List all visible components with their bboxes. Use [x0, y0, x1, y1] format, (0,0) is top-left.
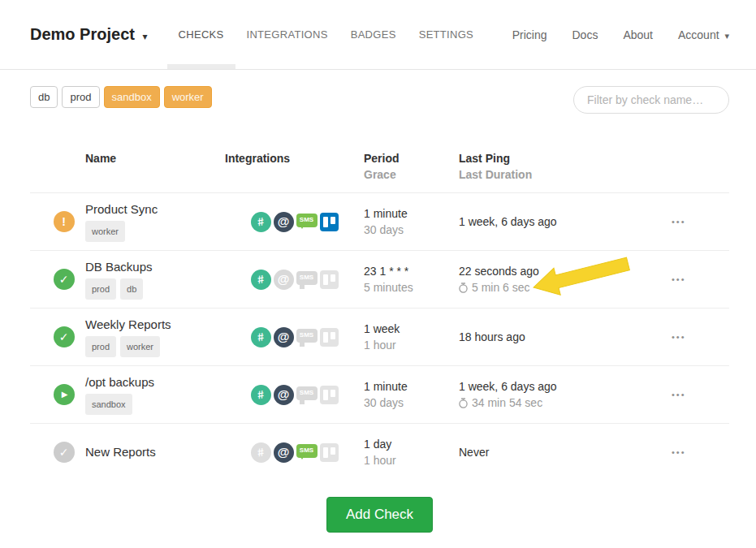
period-value: 1 week: [364, 321, 459, 337]
sms-icon: SMS: [296, 386, 318, 400]
email-icon: @: [274, 442, 294, 463]
last-ping-value: 1 week, 6 days ago: [459, 214, 670, 230]
last-ping-value: 1 week, 6 days ago: [459, 378, 670, 395]
table-row: ✓ Weekly Reports prod worker # @ SMS 1 w…: [30, 308, 729, 365]
trello-icon: [320, 213, 339, 231]
slack-icon: #: [251, 385, 271, 405]
check-tag: prod: [85, 336, 116, 357]
col-last-ping: Last Ping: [459, 150, 670, 166]
row-menu-button[interactable]: •••: [670, 210, 688, 233]
sms-icon: SMS: [296, 329, 318, 343]
last-ping-value: 18 hours ago: [459, 329, 670, 345]
grace-value: 1 hour: [364, 337, 459, 353]
check-name[interactable]: Weekly Reports: [85, 317, 225, 333]
table-row: ✓ DB Backups prod db # @ SMS 23 1 * * * …: [30, 250, 729, 308]
check-tag: worker: [120, 336, 160, 357]
project-name: Demo Project: [30, 25, 135, 43]
checks-table: Name Integrations Period Grace Last Ping…: [30, 139, 729, 481]
col-integrations: Integrations: [225, 150, 364, 166]
status-up-icon: ✓: [54, 326, 75, 347]
trello-icon: [320, 386, 339, 404]
last-duration-value: 34 min 54 sec: [472, 395, 542, 411]
chevron-down-icon: ▾: [724, 31, 729, 41]
link-pricing[interactable]: Pricing: [512, 28, 547, 41]
email-icon: @: [274, 270, 294, 290]
grace-value: 1 hour: [364, 452, 459, 468]
add-check-button[interactable]: Add Check: [326, 497, 433, 533]
period-value: 1 minute: [364, 378, 459, 395]
col-last-duration: Last Duration: [459, 166, 670, 183]
sms-icon: SMS: [296, 214, 318, 227]
trello-icon: [320, 270, 339, 289]
email-icon: @: [274, 327, 294, 347]
col-name: Name: [85, 150, 225, 166]
slack-icon: #: [251, 442, 271, 463]
status-grace-icon: !: [54, 211, 75, 232]
last-ping-value: Never: [459, 444, 670, 460]
slack-icon: #: [251, 212, 271, 232]
chevron-down-icon: ▾: [143, 31, 148, 42]
status-new-icon: ✓: [54, 442, 75, 463]
project-switcher[interactable]: Demo Project ▾: [30, 25, 148, 44]
row-menu-button[interactable]: •••: [670, 383, 688, 406]
sms-icon: SMS: [296, 444, 318, 458]
check-tag: sandbox: [85, 394, 132, 415]
last-ping-value: 22 seconds ago: [459, 263, 670, 279]
top-navigation: Demo Project ▾ CHECKS INTEGRATIONS BADGE…: [0, 0, 756, 70]
table-row: ▶ /opt backups sandbox # @ SMS 1 minute …: [30, 365, 729, 423]
period-value: 23 1 * * *: [364, 263, 459, 279]
row-menu-button[interactable]: •••: [670, 441, 688, 464]
slack-icon: #: [251, 270, 271, 290]
tab-integrations[interactable]: INTEGRATIONS: [235, 0, 339, 69]
grace-value: 30 days: [364, 222, 459, 238]
check-name-filter-input[interactable]: [573, 86, 729, 114]
tab-settings[interactable]: SETTINGS: [408, 0, 485, 69]
tag-filter-group: db prod sandbox worker: [30, 86, 212, 108]
email-icon: @: [274, 385, 294, 405]
check-tag: worker: [85, 221, 125, 242]
grace-value: 30 days: [364, 395, 459, 411]
stopwatch-icon: [459, 283, 468, 293]
table-row: ! Product Sync worker # @ SMS 1 minute 3…: [30, 192, 729, 250]
row-menu-button[interactable]: •••: [670, 326, 688, 348]
sms-icon: SMS: [296, 271, 318, 285]
tag-filter-worker[interactable]: worker: [164, 86, 212, 108]
status-up-icon: ✓: [54, 269, 75, 290]
check-name[interactable]: New Reports: [85, 444, 225, 460]
account-label: Account: [678, 28, 719, 41]
email-icon: @: [274, 212, 294, 232]
link-docs[interactable]: Docs: [572, 28, 598, 41]
check-name[interactable]: Product Sync: [85, 201, 225, 218]
check-name[interactable]: /opt backups: [85, 374, 225, 391]
account-menu[interactable]: Account ▾: [678, 28, 729, 41]
table-row: ✓ New Reports # @ SMS 1 day 1 hour Never…: [30, 423, 729, 481]
check-tag: db: [120, 278, 143, 300]
link-about[interactable]: About: [623, 28, 653, 41]
status-started-icon: ▶: [54, 384, 75, 405]
last-duration-value: 5 min 6 sec: [472, 279, 530, 296]
tab-checks[interactable]: CHECKS: [167, 0, 235, 69]
tag-filter-db[interactable]: db: [30, 86, 58, 108]
check-tag: prod: [85, 278, 116, 300]
tag-filter-sandbox[interactable]: sandbox: [104, 86, 160, 108]
col-grace: Grace: [364, 166, 459, 183]
tab-badges[interactable]: BADGES: [339, 0, 408, 69]
nav-tabs: CHECKS INTEGRATIONS BADGES SETTINGS: [167, 0, 486, 69]
stopwatch-icon: [459, 398, 468, 408]
grace-value: 5 minutes: [364, 279, 459, 296]
period-value: 1 day: [364, 436, 459, 452]
period-value: 1 minute: [364, 205, 459, 222]
row-menu-button[interactable]: •••: [670, 268, 688, 291]
slack-icon: #: [251, 327, 271, 347]
tag-filter-prod[interactable]: prod: [62, 86, 99, 108]
nav-links: Pricing Docs About Account ▾: [512, 28, 729, 41]
table-header: Name Integrations Period Grace Last Ping…: [30, 139, 729, 192]
trello-icon: [320, 328, 339, 347]
check-name[interactable]: DB Backups: [85, 259, 225, 275]
filter-bar: db prod sandbox worker: [30, 86, 729, 114]
trello-icon: [320, 443, 339, 462]
col-period: Period: [364, 150, 459, 166]
